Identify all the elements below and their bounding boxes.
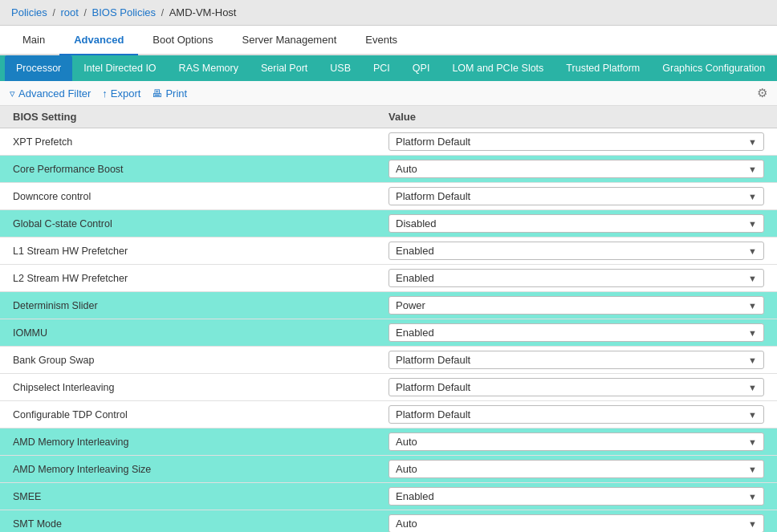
- row-value: Enabled▼: [388, 269, 764, 287]
- row-setting: Bank Group Swap: [13, 355, 388, 366]
- sub-tab-intel-directed-io[interactable]: Intel Directed IO: [72, 55, 167, 81]
- row-setting: Downcore control: [13, 191, 388, 202]
- print-icon: 🖶: [152, 87, 162, 99]
- gear-icon[interactable]: ⚙: [757, 86, 767, 100]
- value-text: Auto: [396, 436, 417, 448]
- row-value: Power▼: [388, 296, 764, 315]
- value-select[interactable]: Enabled▼: [388, 323, 764, 342]
- table-row: Global C-state ControlDisabled▼: [0, 210, 777, 238]
- value-select[interactable]: Enabled▼: [388, 487, 764, 506]
- row-value: Auto▼: [388, 460, 764, 478]
- chevron-down-icon: ▼: [748, 192, 757, 201]
- chevron-down-icon: ▼: [748, 328, 757, 338]
- chevron-down-icon: ▼: [748, 301, 757, 311]
- value-text: Auto: [396, 463, 417, 475]
- row-setting: L2 Stream HW Prefetcher: [13, 273, 388, 284]
- value-text: Enabled: [396, 272, 434, 284]
- breadcrumb-root[interactable]: root: [60, 6, 78, 18]
- row-setting: Chipselect Interleaving: [13, 382, 388, 393]
- sub-tab-pci[interactable]: PCI: [362, 55, 401, 81]
- value-text: Enabled: [396, 245, 434, 257]
- row-setting: AMD Memory Interleaving Size: [13, 464, 388, 475]
- value-text: Auto: [396, 518, 417, 530]
- table-row: Chipselect InterleavingPlatform Default▼: [0, 374, 777, 401]
- value-select[interactable]: Auto▼: [388, 160, 764, 178]
- value-text: Platform Default: [396, 354, 470, 366]
- row-setting: IOMMU: [13, 327, 388, 339]
- value-select[interactable]: Platform Default▼: [388, 187, 764, 205]
- row-setting: SMEE: [13, 491, 388, 502]
- chevron-down-icon: ▼: [748, 164, 757, 174]
- tab-server-management[interactable]: Server Management: [227, 26, 351, 55]
- value-text: Platform Default: [396, 408, 470, 420]
- sub-tab-trusted-platform[interactable]: Trusted Platform: [555, 55, 651, 81]
- value-select[interactable]: Platform Default▼: [388, 132, 764, 151]
- tab-advanced[interactable]: Advanced: [59, 26, 138, 55]
- value-select[interactable]: Auto▼: [388, 460, 764, 478]
- breadcrumb: Policies / root / BIOS Policies / AMD-VM…: [0, 0, 777, 26]
- value-text: Power: [396, 299, 425, 311]
- row-setting: AMD Memory Interleaving: [13, 437, 388, 448]
- table-row: XPT PrefetchPlatform Default▼: [0, 128, 777, 156]
- value-text: Disabled: [396, 217, 437, 229]
- row-value: Platform Default▼: [388, 132, 764, 151]
- row-value: Enabled▼: [388, 242, 764, 260]
- chevron-down-icon: ▼: [748, 410, 757, 420]
- sub-tab-processor[interactable]: Processor: [5, 55, 72, 81]
- value-text: Auto: [396, 163, 417, 175]
- value-text: Enabled: [396, 327, 434, 339]
- row-value: Auto▼: [388, 514, 764, 532]
- export-icon: ↑: [102, 87, 108, 99]
- value-select[interactable]: Platform Default▼: [388, 405, 764, 424]
- sub-tab-qpi[interactable]: QPI: [401, 55, 441, 81]
- sub-tab-lom-pcie[interactable]: LOM and PCIe Slots: [441, 55, 555, 81]
- value-select[interactable]: Power▼: [388, 296, 764, 315]
- tab-boot-options[interactable]: Boot Options: [138, 26, 227, 55]
- main-tab-bar: Main Advanced Boot Options Server Manage…: [0, 26, 777, 55]
- row-setting: Core Performance Boost: [13, 164, 388, 175]
- sub-tab-graphics-config[interactable]: Graphics Configuration: [651, 55, 776, 81]
- value-select[interactable]: Auto▼: [388, 514, 764, 532]
- tab-main[interactable]: Main: [8, 26, 59, 55]
- print-button[interactable]: 🖶 Print: [152, 87, 187, 99]
- table-row: L1 Stream HW PrefetcherEnabled▼: [0, 238, 777, 265]
- value-select[interactable]: Platform Default▼: [388, 378, 764, 396]
- sub-tab-usb[interactable]: USB: [319, 55, 362, 81]
- chevron-down-icon: ▼: [748, 137, 757, 147]
- table-row: Determinism SliderPower▼: [0, 292, 777, 319]
- value-text: Platform Default: [396, 190, 470, 202]
- breadcrumb-current: AMD-VM-Host: [169, 6, 237, 18]
- tab-events[interactable]: Events: [351, 26, 412, 55]
- filter-icon: ▿: [10, 87, 15, 99]
- value-select[interactable]: Enabled▼: [388, 269, 764, 287]
- chevron-down-icon: ▼: [748, 465, 757, 474]
- row-setting: Determinism Slider: [13, 300, 388, 311]
- table-body: XPT PrefetchPlatform Default▼Core Perfor…: [0, 128, 777, 532]
- sub-tab-ras-memory[interactable]: RAS Memory: [168, 55, 250, 81]
- row-setting: L1 Stream HW Prefetcher: [13, 246, 388, 257]
- breadcrumb-policies[interactable]: Policies: [11, 6, 47, 18]
- chevron-down-icon: ▼: [748, 246, 757, 256]
- table-row: AMD Memory InterleavingAuto▼: [0, 428, 777, 456]
- export-button[interactable]: ↑ Export: [102, 87, 140, 99]
- row-setting: Global C-state Control: [13, 218, 388, 229]
- row-setting: SMT Mode: [13, 518, 388, 530]
- table-row: Downcore controlPlatform Default▼: [0, 183, 777, 210]
- sub-tab-serial-port[interactable]: Serial Port: [250, 55, 319, 81]
- table-row: SMEEEnabled▼: [0, 483, 777, 510]
- row-value: Disabled▼: [388, 214, 764, 233]
- advanced-filter-button[interactable]: ▿ Advanced Filter: [10, 87, 91, 99]
- value-select[interactable]: Enabled▼: [388, 242, 764, 260]
- row-setting: XPT Prefetch: [13, 136, 388, 148]
- row-setting: Configurable TDP Control: [13, 409, 388, 420]
- row-value: Auto▼: [388, 160, 764, 178]
- value-select[interactable]: Auto▼: [388, 433, 764, 451]
- row-value: Platform Default▼: [388, 351, 764, 369]
- breadcrumb-bios-policies[interactable]: BIOS Policies: [92, 6, 156, 18]
- col-header-value: Value: [388, 111, 764, 123]
- value-select[interactable]: Platform Default▼: [388, 351, 764, 369]
- sub-tab-bar: Processor Intel Directed IO RAS Memory S…: [0, 55, 777, 81]
- table-row: Bank Group SwapPlatform Default▼: [0, 347, 777, 374]
- value-text: Platform Default: [396, 381, 470, 393]
- value-select[interactable]: Disabled▼: [388, 214, 764, 233]
